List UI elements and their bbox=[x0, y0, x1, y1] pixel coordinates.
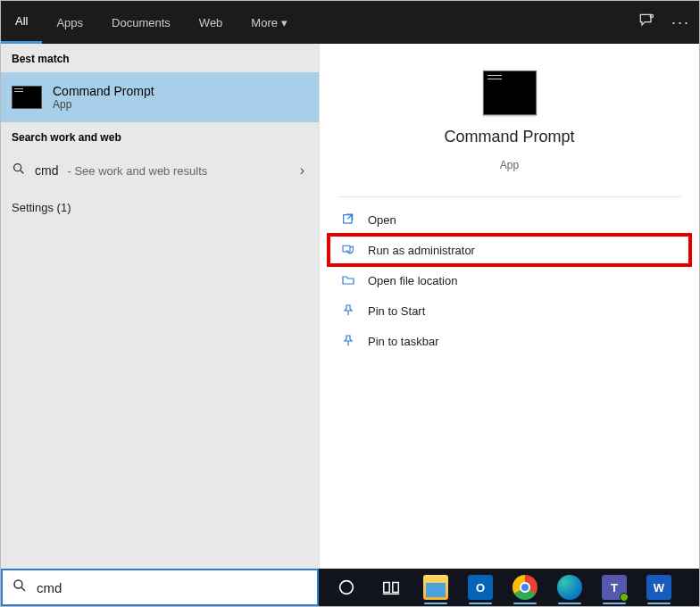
tab-all[interactable]: All bbox=[1, 1, 42, 44]
tab-web[interactable]: Web bbox=[185, 1, 238, 44]
outlook-icon: O bbox=[468, 575, 493, 600]
tab-more[interactable]: More ▾ bbox=[237, 1, 302, 44]
more-options-icon[interactable]: ··· bbox=[671, 13, 690, 32]
search-results-area: Best match Command Prompt App Search wor… bbox=[1, 44, 699, 569]
svg-rect-5 bbox=[343, 245, 350, 252]
tab-label: More bbox=[251, 16, 278, 29]
taskbar-task-view[interactable] bbox=[371, 570, 412, 605]
result-title: Command Prompt bbox=[53, 84, 154, 98]
pin-icon bbox=[341, 304, 355, 318]
search-filters-tabbar: All Apps Documents Web More ▾ ··· bbox=[1, 1, 699, 44]
actions-list: Open Run as administrator Open file loca… bbox=[320, 204, 699, 356]
action-label: Open bbox=[368, 213, 396, 227]
task-view-icon bbox=[381, 578, 401, 597]
open-icon bbox=[341, 212, 355, 227]
chevron-right-icon: › bbox=[300, 162, 304, 179]
taskbar-outlook[interactable]: O bbox=[460, 570, 501, 605]
taskbar-chrome[interactable] bbox=[504, 570, 546, 605]
svg-point-1 bbox=[14, 164, 21, 171]
tab-label: Apps bbox=[56, 16, 83, 29]
taskbar-word[interactable]: W bbox=[638, 570, 679, 605]
action-open-file-location[interactable]: Open file location bbox=[329, 265, 690, 295]
admin-shield-icon bbox=[341, 243, 355, 257]
results-list: Best match Command Prompt App Search wor… bbox=[1, 44, 319, 569]
search-icon bbox=[12, 578, 28, 597]
taskbar-file-explorer[interactable] bbox=[415, 570, 456, 605]
result-subtitle: App bbox=[53, 98, 154, 111]
svg-line-9 bbox=[21, 587, 25, 591]
settings-row-label: Settings (1) bbox=[12, 201, 71, 214]
action-open[interactable]: Open bbox=[329, 204, 690, 235]
folder-icon bbox=[341, 273, 355, 287]
action-label: Open file location bbox=[368, 274, 457, 287]
section-header-search-web: Search work and web bbox=[1, 122, 319, 151]
chrome-icon bbox=[512, 575, 538, 600]
svg-point-8 bbox=[14, 580, 22, 588]
taskbar-teams[interactable]: T bbox=[594, 570, 635, 605]
preview-panel: Command Prompt App Open Run as administr… bbox=[319, 44, 699, 569]
search-input[interactable] bbox=[37, 580, 308, 595]
edge-icon bbox=[557, 575, 582, 600]
divider bbox=[338, 196, 681, 197]
preview-title: Command Prompt bbox=[444, 128, 574, 146]
best-match-result[interactable]: Command Prompt App bbox=[1, 72, 319, 122]
tab-apps[interactable]: Apps bbox=[42, 1, 97, 44]
pin-icon bbox=[341, 334, 355, 348]
search-web-result[interactable]: cmd - See work and web results › bbox=[1, 151, 319, 190]
command-prompt-icon bbox=[12, 86, 42, 109]
taskbar-row: O T W bbox=[1, 569, 699, 606]
svg-rect-12 bbox=[393, 583, 398, 593]
section-header-best-match: Best match bbox=[1, 44, 319, 72]
taskbar: O T W bbox=[319, 569, 699, 606]
file-explorer-icon bbox=[423, 575, 448, 600]
chevron-down-icon: ▾ bbox=[281, 16, 288, 29]
taskbar-cortana[interactable] bbox=[326, 570, 367, 605]
svg-line-2 bbox=[21, 170, 23, 173]
action-label: Pin to Start bbox=[368, 304, 425, 318]
settings-results-row[interactable]: Settings (1) bbox=[1, 190, 319, 225]
action-pin-to-start[interactable]: Pin to Start bbox=[329, 295, 690, 326]
svg-point-10 bbox=[340, 581, 354, 595]
tab-label: Documents bbox=[112, 16, 171, 29]
svg-point-0 bbox=[650, 14, 653, 17]
action-label: Run as administrator bbox=[368, 244, 475, 257]
tab-label: Web bbox=[199, 16, 223, 29]
word-icon: W bbox=[646, 575, 671, 600]
action-label: Pin to taskbar bbox=[368, 335, 439, 348]
search-query-text: cmd bbox=[35, 163, 58, 178]
cortana-icon bbox=[337, 578, 356, 597]
teams-icon: T bbox=[602, 575, 627, 600]
preview-subtitle: App bbox=[500, 159, 519, 171]
taskbar-edge[interactable] bbox=[549, 570, 590, 605]
svg-rect-11 bbox=[384, 583, 389, 593]
tab-label: All bbox=[15, 14, 28, 28]
search-hint-text: - See work and web results bbox=[67, 164, 207, 178]
action-run-as-administrator[interactable]: Run as administrator bbox=[329, 235, 690, 265]
search-icon bbox=[12, 162, 26, 179]
tab-documents[interactable]: Documents bbox=[97, 1, 185, 44]
feedback-icon[interactable] bbox=[638, 12, 655, 33]
action-pin-to-taskbar[interactable]: Pin to taskbar bbox=[329, 326, 690, 356]
search-box[interactable] bbox=[1, 569, 319, 606]
command-prompt-icon bbox=[483, 71, 537, 115]
